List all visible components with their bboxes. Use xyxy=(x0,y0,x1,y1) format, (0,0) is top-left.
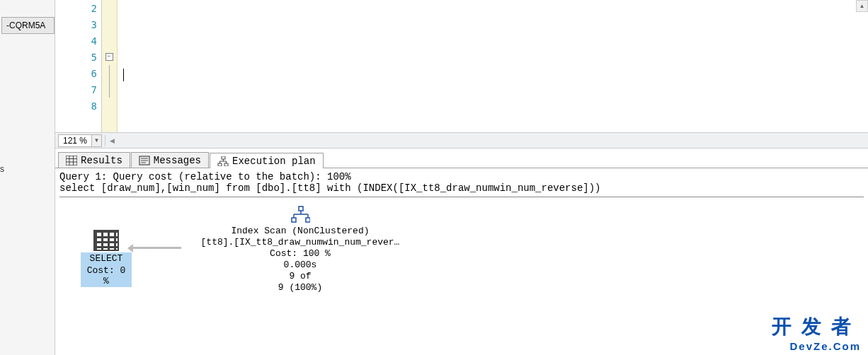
fold-guide xyxy=(109,81,110,98)
svg-rect-16 xyxy=(299,206,303,211)
svg-rect-9 xyxy=(222,156,225,159)
line-number: 3 xyxy=(55,16,101,33)
watermark: 开发者 DevZe.Com xyxy=(772,313,861,352)
line-number: 8 xyxy=(55,98,101,114)
sql-editor[interactable]: ▲ 2 3 4 5 6 7 8 select [draw_num],[win_n… xyxy=(55,0,868,133)
fold-toggle-icon[interactable] xyxy=(105,53,113,61)
tab-results[interactable]: Results xyxy=(58,152,130,168)
watermark-cn: 开发者 xyxy=(772,313,861,340)
code-area[interactable]: select [draw_num],[win_num] from [dbo].[… xyxy=(118,0,868,132)
index-scan-icon xyxy=(290,206,310,224)
tab-label: Execution plan xyxy=(232,156,316,167)
scan-object: [tt8].[IX_tt8_draw_numwin_num_rever… xyxy=(166,237,435,248)
scan-title: Index Scan (NonClustered) xyxy=(166,226,435,237)
zoom-dropdown-icon[interactable]: ▼ xyxy=(92,134,102,147)
fold-guide xyxy=(109,65,110,81)
messages-icon xyxy=(139,156,150,165)
execution-plan-pane: Query 1: Query cost (relative to the bat… xyxy=(55,168,868,318)
tab-execution-plan[interactable]: Execution plan xyxy=(210,153,324,168)
line-number-gutter: 2 3 4 5 6 7 8 xyxy=(55,0,102,132)
scroll-up-button[interactable]: ▲ xyxy=(856,0,868,12)
line-number: 2 xyxy=(55,0,101,16)
watermark-en: DevZe.Com xyxy=(772,340,861,352)
plan-header-query: select [draw_num],[win_num] from [dbo].[… xyxy=(59,182,864,195)
plan-header-cost: Query 1: Query cost (relative to the bat… xyxy=(59,171,864,182)
plan-node-cost: Cost: 0 % xyxy=(81,264,132,287)
execution-plan-icon xyxy=(217,156,229,166)
tab-label: Results xyxy=(81,155,122,166)
scan-rows: 9 of xyxy=(166,271,435,282)
svg-rect-11 xyxy=(224,163,228,166)
select-table-icon xyxy=(93,230,119,251)
object-explorer-panel: -CQRM5A s xyxy=(0,0,55,355)
panel-letter: s xyxy=(0,164,4,174)
tab-messages[interactable]: Messages xyxy=(131,152,209,168)
collapse-left-icon[interactable]: ◀ xyxy=(108,137,116,144)
main-area: ▲ 2 3 4 5 6 7 8 select [draw_num],[win_n… xyxy=(55,0,868,355)
plan-divider xyxy=(59,197,864,197)
line-number: 4 xyxy=(55,33,101,49)
tree-item[interactable]: -CQRM5A xyxy=(1,17,55,34)
text-cursor xyxy=(123,69,124,81)
results-tab-strip: Results Messages Execution plan xyxy=(55,149,868,168)
svg-rect-0 xyxy=(66,156,77,165)
plan-diagram[interactable]: SELECT Cost: 0 % Index Scan (NonClustere… xyxy=(59,204,864,318)
tab-label: Messages xyxy=(154,155,201,166)
plan-node-label: SELECT xyxy=(81,252,132,264)
scan-cost: Cost: 100 % xyxy=(166,248,435,260)
plan-node-index-scan[interactable]: Index Scan (NonClustered) [tt8].[IX_tt8_… xyxy=(166,206,435,293)
zoom-bar: 121 % ▼ ◀ xyxy=(55,133,868,149)
zoom-value[interactable]: 121 % xyxy=(58,134,92,147)
separator xyxy=(105,135,105,146)
svg-rect-10 xyxy=(218,163,222,166)
line-number: 5 xyxy=(55,49,101,65)
scan-rows-pct: 9 (100%) xyxy=(166,282,435,293)
grid-icon xyxy=(66,156,77,165)
line-number: 7 xyxy=(55,81,101,98)
scan-time: 0.000s xyxy=(166,260,435,271)
line-number: 6 xyxy=(55,65,101,81)
svg-rect-22 xyxy=(306,218,310,222)
plan-node-select[interactable]: SELECT Cost: 0 % xyxy=(81,230,132,287)
fold-gutter xyxy=(102,0,118,132)
svg-rect-21 xyxy=(292,218,296,222)
